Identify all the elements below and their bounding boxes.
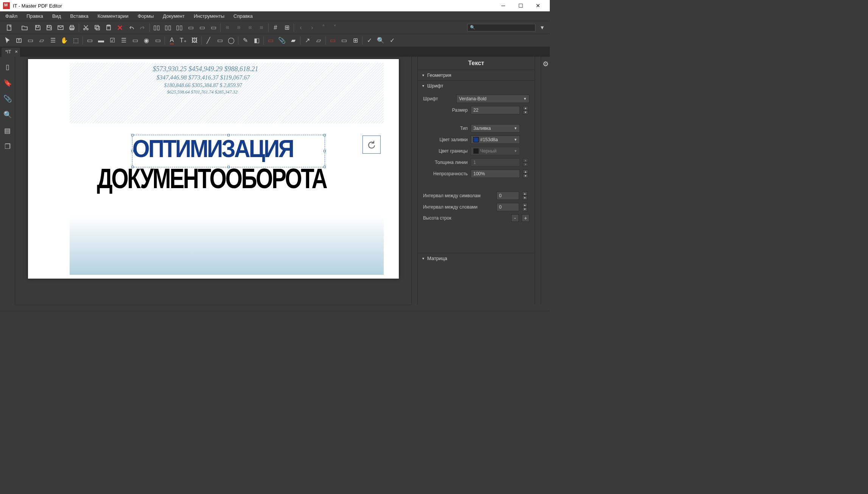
stamp-icon[interactable]: ▭ bbox=[328, 36, 337, 45]
layers-panel-icon[interactable]: ▤ bbox=[3, 126, 12, 135]
highlight-text-icon[interactable]: A bbox=[167, 36, 176, 45]
fill-color-select[interactable]: #153d8a▼ bbox=[471, 136, 520, 144]
char-spacing-input[interactable]: 0 bbox=[496, 192, 519, 200]
menu-edit[interactable]: Правка bbox=[23, 12, 47, 20]
resize-handle[interactable] bbox=[131, 150, 134, 152]
search-doc-icon[interactable]: 🔍 bbox=[376, 36, 385, 45]
edit-text-icon[interactable] bbox=[14, 36, 23, 45]
size-input[interactable]: 22 bbox=[471, 106, 520, 114]
new-document-icon[interactable] bbox=[3, 23, 16, 32]
align-left-icon[interactable]: ▯▯ bbox=[152, 23, 161, 32]
checkmark-icon[interactable]: ✓ bbox=[387, 36, 397, 45]
maximize-button[interactable]: ☐ bbox=[512, 0, 529, 11]
word-spacing-input[interactable]: 0 bbox=[496, 203, 519, 211]
opacity-input[interactable]: 100% bbox=[471, 170, 520, 178]
indent-decrease-icon[interactable]: ≡ bbox=[223, 23, 232, 32]
text-field-icon[interactable]: ▭ bbox=[85, 36, 94, 45]
section-geometry-header[interactable]: ▾Геометрия bbox=[418, 70, 535, 80]
canvas-scroll[interactable]: $573,930.25 $454,949.29 $988,618.21 $347… bbox=[15, 57, 411, 305]
snap-grid-icon[interactable]: ⊞ bbox=[282, 23, 291, 32]
line-tool-icon[interactable]: ╱ bbox=[204, 36, 213, 45]
eraser-icon[interactable]: ◧ bbox=[252, 36, 261, 45]
button-field-icon[interactable]: ▬ bbox=[96, 36, 106, 45]
menu-view[interactable]: Вид bbox=[48, 12, 65, 20]
document-tab[interactable]: *IT ✕ bbox=[2, 48, 20, 57]
attachment-icon[interactable]: 📎 bbox=[277, 36, 286, 45]
menu-document[interactable]: Документ bbox=[159, 12, 188, 20]
section-matrix-header[interactable]: ▾Матрица bbox=[418, 253, 535, 263]
next-page-icon[interactable]: › bbox=[308, 23, 317, 32]
radio-button-icon[interactable]: ◉ bbox=[142, 36, 151, 45]
undo-icon[interactable] bbox=[127, 23, 136, 32]
menu-comments[interactable]: Комментарии bbox=[94, 12, 132, 20]
resize-handle[interactable] bbox=[227, 166, 230, 168]
nav-up-icon[interactable]: ˄ bbox=[319, 23, 328, 32]
word-spacing-spinner[interactable]: ▲▼ bbox=[522, 203, 527, 211]
insert-image-icon[interactable]: 🖼 bbox=[190, 36, 199, 45]
resize-handle[interactable] bbox=[227, 134, 230, 136]
insert-text-icon[interactable]: T₊ bbox=[179, 36, 188, 45]
line-height-plus-button[interactable]: + bbox=[522, 214, 529, 222]
copy-icon[interactable] bbox=[93, 23, 102, 32]
outdent-icon[interactable]: ≡ bbox=[246, 23, 255, 32]
indent-increase-icon[interactable]: ≡ bbox=[234, 23, 243, 32]
rectangle-tool-icon[interactable]: ▭ bbox=[215, 36, 224, 45]
thumbnails-panel-icon[interactable]: ❐ bbox=[3, 142, 12, 151]
tab-close-icon[interactable]: ✕ bbox=[15, 50, 18, 54]
opacity-spinner[interactable]: ▲▼ bbox=[523, 170, 528, 178]
edit-text-alt-icon[interactable]: ▭ bbox=[26, 36, 35, 45]
combobox-icon[interactable]: ▭ bbox=[153, 36, 162, 45]
align-right-icon[interactable]: ▯▯ bbox=[175, 23, 184, 32]
align-top-icon[interactable]: ▭ bbox=[186, 23, 195, 32]
delete-icon[interactable] bbox=[115, 23, 124, 32]
pages-panel-icon[interactable]: ▯ bbox=[3, 63, 12, 71]
close-button[interactable]: ✕ bbox=[529, 0, 547, 11]
align-bottom-icon[interactable]: ▭ bbox=[209, 23, 218, 32]
save-icon[interactable] bbox=[33, 23, 42, 32]
search-dropdown-icon[interactable]: ▾ bbox=[538, 23, 547, 32]
rect-annotation-icon[interactable]: ▭ bbox=[266, 36, 275, 45]
edit-object-icon[interactable]: ▱ bbox=[37, 36, 46, 45]
resize-handle[interactable] bbox=[324, 150, 326, 152]
save-as-icon[interactable] bbox=[45, 23, 54, 32]
attachments-panel-icon[interactable]: 📎 bbox=[3, 95, 12, 103]
horizontal-scrollbar[interactable] bbox=[15, 305, 411, 311]
listbox-icon[interactable]: ☰ bbox=[119, 36, 128, 45]
line-height-minus-button[interactable]: - bbox=[511, 214, 519, 222]
signature-field-icon[interactable]: ▭ bbox=[131, 36, 140, 45]
align-center-h-icon[interactable]: ▯▯ bbox=[163, 23, 173, 32]
email-icon[interactable] bbox=[56, 23, 65, 32]
align-center-v-icon[interactable]: ▭ bbox=[198, 23, 207, 32]
size-spinner[interactable]: ▲▼ bbox=[523, 106, 528, 114]
search-box[interactable]: 🔍 bbox=[467, 24, 535, 31]
polygon-tool-icon[interactable]: ▱ bbox=[314, 36, 323, 45]
search-panel-icon[interactable]: 🔍 bbox=[3, 111, 12, 119]
arrow-tool-icon[interactable]: ↗ bbox=[303, 36, 312, 45]
callout-icon[interactable]: ▭ bbox=[339, 36, 348, 45]
panel-settings-icon[interactable]: ⚙ bbox=[541, 60, 550, 68]
select-area-icon[interactable]: ⬚ bbox=[71, 36, 80, 45]
ellipse-tool-icon[interactable]: ◯ bbox=[227, 36, 236, 45]
type-select[interactable]: Заливка▼ bbox=[471, 124, 520, 132]
resize-handle[interactable] bbox=[324, 166, 326, 168]
cut-icon[interactable] bbox=[81, 23, 90, 32]
sign-icon[interactable]: ✓ bbox=[365, 36, 374, 45]
pencil-icon[interactable]: ✎ bbox=[241, 36, 250, 45]
minimize-button[interactable]: ─ bbox=[495, 0, 512, 11]
nav-down-icon[interactable]: ˅ bbox=[330, 23, 339, 32]
checkbox-icon[interactable]: ☑ bbox=[108, 36, 117, 45]
pdf-page[interactable]: $573,930.25 $454,949.29 $988,618.21 $347… bbox=[28, 59, 399, 279]
resize-handle[interactable] bbox=[131, 166, 134, 168]
rotate-button[interactable] bbox=[362, 136, 381, 154]
pointer-tool-icon[interactable] bbox=[3, 36, 12, 45]
menu-file[interactable]: Файл bbox=[2, 12, 21, 20]
char-spacing-spinner[interactable]: ▲▼ bbox=[522, 192, 527, 200]
font-select[interactable]: Verdana-Bold▼ bbox=[456, 95, 529, 103]
menu-help[interactable]: Справка bbox=[230, 12, 257, 20]
section-font-header[interactable]: ▾Шрифт bbox=[418, 81, 535, 91]
hand-tool-icon[interactable]: ✋ bbox=[60, 36, 69, 45]
panel-scrollbar[interactable] bbox=[535, 57, 541, 305]
grid-tool-icon[interactable]: ⊞ bbox=[351, 36, 360, 45]
edit-form-icon[interactable]: ☰ bbox=[48, 36, 58, 45]
open-icon[interactable] bbox=[18, 23, 31, 32]
